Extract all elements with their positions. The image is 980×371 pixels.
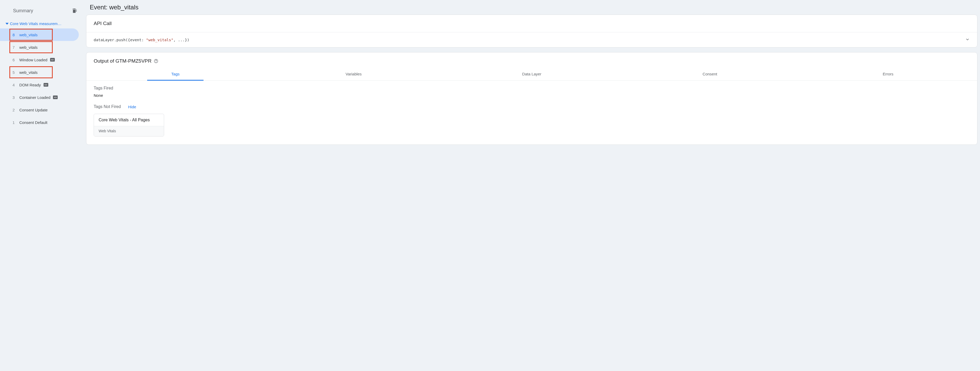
tab-consent[interactable]: Consent <box>621 68 799 80</box>
output-title: Output of GTM-PMZ5VPR <box>94 58 151 64</box>
api-call-code: dataLayer.push({event: "web_vitals", ...… <box>94 38 965 42</box>
event-index: 3 <box>13 95 19 100</box>
svg-rect-1 <box>76 10 77 11</box>
main-content: Event: web_vitals API Call dataLayer.pus… <box>83 0 980 371</box>
event-index: 4 <box>13 83 19 87</box>
page-title: Event: web_vitals <box>86 2 977 14</box>
tab-errors[interactable]: Errors <box>799 68 977 80</box>
code-badge-icon: <> <box>44 83 48 87</box>
clear-icon[interactable] <box>72 8 77 14</box>
event-item[interactable]: 6Window Loaded<> <box>0 54 79 66</box>
code-badge-icon: <> <box>53 96 58 99</box>
event-item[interactable]: 8web_vitals <box>0 29 79 41</box>
event-index: 5 <box>13 70 19 75</box>
output-header: Output of GTM-PMZ5VPR <box>86 53 977 64</box>
help-icon[interactable] <box>154 59 158 64</box>
sidebar-group-header[interactable]: Core Web Vitals measurem… <box>0 19 83 29</box>
event-index: 7 <box>13 45 19 49</box>
output-tabs: TagsVariablesData LayerConsentErrors <box>86 68 977 81</box>
hide-link[interactable]: Hide <box>128 105 136 109</box>
tag-card-name: Core Web Vitals - All Pages <box>94 114 164 126</box>
event-label: web_vitals <box>19 45 38 49</box>
tag-card[interactable]: Core Web Vitals - All Pages Web Vitals <box>94 114 164 137</box>
summary-title: Summary <box>13 8 72 14</box>
event-label: Window Loaded <box>19 58 48 62</box>
svg-rect-2 <box>76 11 77 11</box>
event-label: Consent Default <box>19 120 48 125</box>
caret-down-icon <box>4 22 10 25</box>
event-label: Consent Update <box>19 108 48 112</box>
tags-not-fired-label: Tags Not Fired Hide <box>94 104 970 109</box>
api-call-row[interactable]: dataLayer.push({event: "web_vitals", ...… <box>86 32 977 47</box>
event-item[interactable]: 7web_vitals <box>0 41 79 54</box>
sidebar: Summary Core Web Vi <box>0 0 83 371</box>
event-item[interactable]: 2Consent Update <box>0 103 79 116</box>
tags-fired-value: None <box>94 93 970 97</box>
tab-data-layer[interactable]: Data Layer <box>443 68 621 80</box>
event-index: 1 <box>13 120 19 125</box>
chevron-down-icon[interactable] <box>965 37 970 43</box>
event-index: 2 <box>13 108 19 112</box>
event-index: 8 <box>13 33 19 37</box>
output-card: Output of GTM-PMZ5VPR TagsVariablesData … <box>86 52 977 145</box>
event-item[interactable]: 4DOM Ready<> <box>0 78 79 91</box>
api-call-header: API Call <box>86 15 977 32</box>
code-badge-icon: <> <box>50 58 55 62</box>
api-call-card: API Call dataLayer.push({event: "web_vit… <box>86 14 977 48</box>
event-label: web_vitals <box>19 70 38 75</box>
event-item[interactable]: 1Consent Default <box>0 116 79 129</box>
event-list: 8web_vitals7web_vitals6Window Loaded<>5w… <box>0 29 83 129</box>
svg-rect-0 <box>76 10 77 10</box>
event-index: 6 <box>13 58 19 62</box>
tag-card-type: Web Vitals <box>94 126 164 136</box>
event-item[interactable]: 5web_vitals <box>0 66 79 78</box>
tab-variables[interactable]: Variables <box>264 68 443 80</box>
event-item[interactable]: 3Container Loaded<> <box>0 91 79 103</box>
tab-tags[interactable]: Tags <box>86 68 264 80</box>
event-label: Container Loaded <box>19 95 50 100</box>
tags-fired-label: Tags Fired <box>94 86 970 91</box>
summary-header: Summary <box>0 5 83 19</box>
sidebar-group-label: Core Web Vitals measurem… <box>10 21 81 26</box>
event-label: web_vitals <box>19 33 38 37</box>
svg-point-4 <box>156 62 156 62</box>
event-label: DOM Ready <box>19 83 41 87</box>
